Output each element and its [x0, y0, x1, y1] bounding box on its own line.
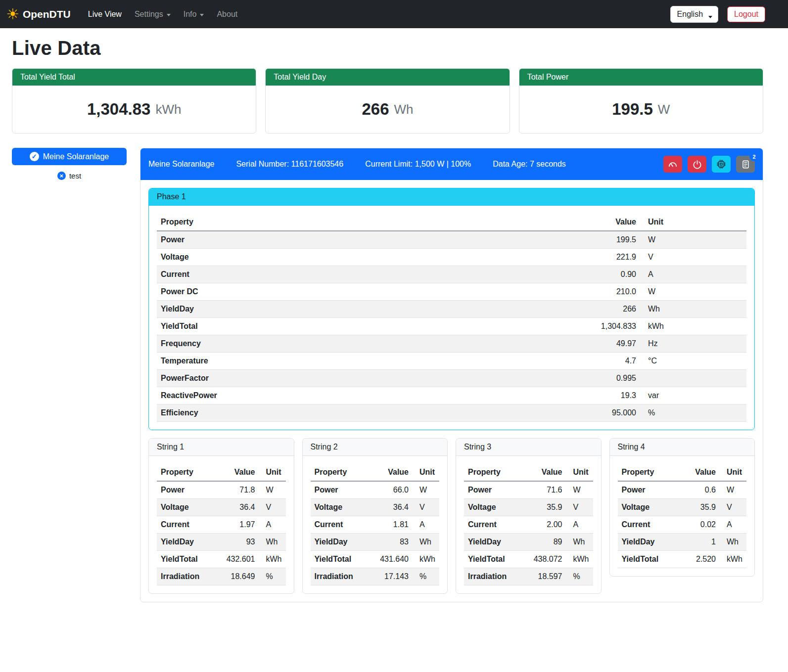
nav-about[interactable]: About	[210, 6, 244, 23]
table-row: Temperature4.7°C	[157, 353, 746, 370]
property-cell: Current	[311, 516, 372, 534]
chevron-down-icon	[708, 16, 712, 18]
inverter-card: Meine Solaranlage Serial Number: 1161716…	[140, 148, 763, 602]
value-cell: 4.7	[576, 353, 640, 370]
table-row: Power DC210.0W	[157, 283, 746, 301]
logout-button[interactable]: Logout	[727, 6, 765, 22]
inverter-name: Meine Solaranlage	[148, 160, 214, 169]
string-1-card: String 1 PropertyValueUnitPower71.8WVolt…	[148, 438, 294, 594]
column-header: Value	[679, 464, 720, 481]
table-row: Current2.00A	[464, 516, 593, 534]
sidebar-item-meine-solaranlage[interactable]: ✓ Meine Solaranlage	[12, 148, 127, 165]
header-row: PropertyValueUnit	[157, 464, 286, 481]
sidebar-item-test[interactable]: × test	[12, 172, 127, 180]
inverter-card-header: Meine Solaranlage Serial Number: 1161716…	[140, 148, 763, 180]
table-row: Voltage35.9V	[618, 499, 747, 516]
power-control-button[interactable]	[688, 156, 706, 173]
property-cell: Voltage	[157, 249, 576, 266]
page-title: Live Data	[12, 37, 763, 59]
table-row: YieldTotal432.601kWh	[157, 551, 286, 568]
string-3-card: String 3 PropertyValueUnitPower71.6WVolt…	[456, 438, 602, 594]
nav-live-view[interactable]: Live View	[82, 6, 128, 23]
unit-cell: kWh	[720, 551, 746, 568]
unit-cell: Wh	[640, 301, 746, 318]
value-cell: 18.597	[526, 568, 566, 585]
phase-1-header: Phase 1	[149, 188, 754, 206]
table-row: Irradiation18.597%	[464, 568, 593, 585]
unit-cell	[640, 370, 746, 387]
unit-cell: A	[413, 516, 439, 534]
unit-cell: Wh	[566, 534, 593, 551]
page-content: Live Data Total Yield Total 1,304.83 kWh…	[0, 37, 788, 615]
property-cell: YieldDay	[618, 534, 680, 551]
value-cell: 2.00	[526, 516, 566, 534]
property-cell: Power	[618, 481, 680, 499]
value-cell: 210.0	[576, 283, 640, 301]
nav-settings[interactable]: Settings	[128, 6, 177, 23]
device-info-button[interactable]	[712, 156, 731, 173]
table-row: YieldDay266Wh	[157, 301, 746, 318]
property-cell: Temperature	[157, 353, 576, 370]
table-row: Irradiation17.143%	[311, 568, 440, 585]
table-row: Power66.0W	[311, 481, 440, 499]
value-cell: 0.90	[576, 266, 640, 283]
value-cell: 266	[576, 301, 640, 318]
unit-cell: °C	[640, 353, 746, 370]
total-yield-total-card: Total Yield Total 1,304.83 kWh	[12, 68, 256, 134]
unit-cell: %	[413, 568, 439, 585]
navbar: ☀ OpenDTU Live View Settings Info About …	[0, 0, 788, 28]
value-cell: 0.02	[679, 516, 720, 534]
column-header: Unit	[720, 464, 746, 481]
table-row: YieldTotal431.640kWh	[311, 551, 440, 568]
table-row: YieldDay1Wh	[618, 534, 747, 551]
brand-link[interactable]: ☀ OpenDTU	[6, 7, 71, 22]
card-header: Total Yield Day	[266, 69, 509, 86]
unit-cell: kWh	[413, 551, 439, 568]
sidebar-item-label: Meine Solaranlage	[43, 152, 109, 161]
summary-cards: Total Yield Total 1,304.83 kWh Total Yie…	[12, 68, 763, 134]
table-row: Power71.8W	[157, 481, 286, 499]
property-cell: YieldDay	[157, 301, 576, 318]
value-cell: 17.143	[372, 568, 413, 585]
value-cell: 1.97	[219, 516, 259, 534]
value-cell: 66.0	[372, 481, 413, 499]
property-cell: Irradiation	[311, 568, 372, 585]
card-body: 266 Wh	[266, 86, 509, 133]
string-table: PropertyValueUnitPower66.0WVoltage36.4VC…	[311, 464, 440, 585]
value-cell: 431.640	[372, 551, 413, 568]
unit-cell: %	[259, 568, 286, 585]
string-3-header: String 3	[456, 439, 601, 456]
unit-cell: kWh	[640, 318, 746, 335]
language-select[interactable]: English	[670, 6, 718, 23]
column-header: Property	[311, 464, 372, 481]
value-cell: 35.9	[679, 499, 720, 516]
total-power-value: 199.5	[612, 100, 653, 119]
chevron-down-icon	[167, 14, 171, 16]
unit-cell: V	[720, 499, 746, 516]
sidebar-item-label: test	[69, 172, 81, 180]
property-cell: YieldTotal	[464, 551, 526, 568]
serial-number: Serial Number: 116171603546	[236, 160, 343, 169]
column-header: Unit	[566, 464, 593, 481]
nav-info[interactable]: Info	[177, 6, 211, 23]
unit-cell: %	[640, 404, 746, 422]
unit-cell: Wh	[259, 534, 286, 551]
table-row: Current0.90A	[157, 266, 746, 283]
unit-cell: kWh	[259, 551, 286, 568]
value-cell: 0.6	[679, 481, 720, 499]
column-header: Unit	[640, 214, 746, 231]
property-cell: PowerFactor	[157, 370, 576, 387]
property-cell: Current	[157, 516, 219, 534]
table-row: YieldTotal1,304.833kWh	[157, 318, 746, 335]
column-header: Property	[464, 464, 526, 481]
table-row: Power199.5W	[157, 231, 746, 249]
unit-cell: W	[640, 231, 746, 249]
event-log-button[interactable]: 2	[736, 156, 755, 173]
table-row: YieldTotal2.520kWh	[618, 551, 747, 568]
table-row: YieldTotal438.072kWh	[464, 551, 593, 568]
property-cell: Power	[311, 481, 372, 499]
property-cell: ReactivePower	[157, 387, 576, 404]
limit-settings-button[interactable]	[663, 156, 682, 173]
phase-1-card: Phase 1 PropertyValueUnitPower199.5WVolt…	[148, 188, 755, 430]
value-cell: 2.520	[679, 551, 720, 568]
